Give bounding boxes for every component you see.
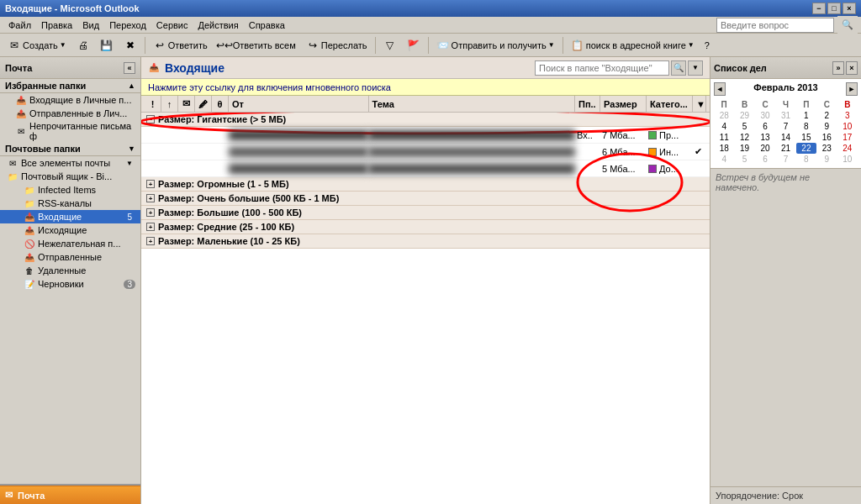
col-pp[interactable]: Пп.. [575, 96, 600, 112]
col-subject[interactable]: Тема [369, 96, 575, 112]
menu-go[interactable]: Переход [104, 18, 151, 32]
filter-btn[interactable]: ▽ [379, 36, 401, 55]
inbox-search-btn[interactable]: 🔍 [671, 60, 686, 76]
reply-all-btn[interactable]: ↩↩ Ответить всем [214, 36, 300, 55]
medium-toggle[interactable]: + [146, 223, 155, 231]
cal-day[interactable]: 29 [734, 110, 754, 121]
col-attachment[interactable]: ✉ [178, 96, 195, 112]
cal-day[interactable]: 31 [775, 110, 795, 121]
cal-day[interactable]: 24 [837, 143, 858, 154]
collapse-panel-btn[interactable]: « [124, 62, 135, 74]
close-panel-btn[interactable]: × [846, 61, 858, 75]
col-type[interactable]: θ [212, 96, 229, 112]
help-btn[interactable]: ? [700, 36, 714, 55]
forward-btn[interactable]: ↪ Переслать [302, 36, 372, 55]
giant-toggle[interactable]: − [146, 115, 155, 123]
send-receive-btn[interactable]: 📨 Отправить и получить ▼ [432, 36, 559, 55]
size-group-giant[interactable]: − Размер: Гигантские (> 5 МБ) [141, 113, 710, 127]
cal-day[interactable]: 18 [714, 143, 734, 154]
mailboxes-section[interactable]: Почтовые папки ▼ [0, 142, 140, 156]
cal-day[interactable]: 15 [796, 132, 816, 143]
address-book-btn[interactable]: 📋 поиск в адресной книге ▼ [567, 36, 699, 55]
cal-day[interactable]: 23 [816, 143, 837, 154]
cal-day[interactable]: 28 [714, 110, 734, 121]
col-size[interactable]: Размер [600, 96, 647, 112]
huge-toggle[interactable]: + [146, 180, 155, 188]
cal-day[interactable]: 9 [816, 154, 837, 165]
mail-nav-btn[interactable]: ✉ Почта [0, 486, 140, 504]
mailbox-root[interactable]: 📁 Почтовый ящик - Bi... [0, 170, 140, 183]
cal-day[interactable]: 10 [837, 154, 858, 165]
menu-file[interactable]: Файл [3, 18, 36, 32]
cal-day[interactable]: 5 [734, 121, 754, 132]
cal-day[interactable]: 6 [755, 121, 775, 132]
cal-day[interactable]: 7 [775, 121, 795, 132]
cal-day[interactable]: 11 [714, 132, 734, 143]
cal-day[interactable]: 14 [775, 132, 795, 143]
folder-sent[interactable]: 📤 Отправленные [0, 250, 140, 264]
favorites-section[interactable]: Избранные папки ▲ [0, 79, 140, 93]
cal-day[interactable]: 9 [816, 121, 837, 132]
cal-day[interactable]: 6 [755, 154, 775, 165]
cal-day[interactable]: 7 [775, 154, 795, 165]
cal-day[interactable]: 5 [734, 154, 754, 165]
flag-btn[interactable]: 🚩 [403, 36, 425, 55]
cal-day[interactable]: 8 [796, 121, 816, 132]
expand-panel-btn[interactable]: » [832, 61, 844, 75]
favorites-unread[interactable]: ✉ Непрочитанные письма ф [0, 120, 140, 142]
email-row-2[interactable]: ████████████████ ███████████████████████… [141, 160, 710, 177]
reply-btn[interactable]: ↩ Ответить [149, 36, 212, 55]
size-group-huge[interactable]: + Размер: Огромные (1 - 5 МБ) [141, 177, 710, 192]
cal-day[interactable]: 4 [714, 121, 734, 132]
favorites-inbox[interactable]: 📥 Входящие в Личные п... [0, 93, 140, 107]
delete-btn[interactable]: ✖ [119, 36, 141, 55]
cal-day[interactable]: 20 [755, 143, 775, 154]
cal-day[interactable]: 17 [837, 132, 858, 143]
cal-day[interactable]: 16 [816, 132, 837, 143]
instant-search-bar[interactable]: Нажмите эту ссылку для включения мгновен… [141, 79, 710, 96]
inbox-search-dropdown-btn[interactable]: ▼ [688, 60, 703, 76]
menu-edit[interactable]: Правка [36, 18, 77, 32]
col-from[interactable]: От [229, 96, 369, 112]
very-large-toggle[interactable]: + [146, 194, 155, 202]
folder-rss[interactable]: 📁 RSS-каналы [0, 197, 140, 210]
menu-actions[interactable]: Действия [193, 18, 244, 32]
maximize-btn[interactable]: □ [827, 3, 841, 14]
cal-day[interactable]: 3 [837, 110, 858, 121]
size-group-large[interactable]: + Размер: Большие (100 - 500 КБ) [141, 206, 710, 220]
cal-day[interactable]: 2 [816, 110, 837, 121]
favorites-sent[interactable]: 📤 Отправленные в Лич... [0, 107, 140, 120]
size-group-very-large[interactable]: + Размер: Очень большие (500 КБ - 1 МБ) [141, 192, 710, 206]
folder-deleted[interactable]: 🗑 Удаленные [0, 264, 140, 277]
cal-day[interactable]: 8 [796, 154, 816, 165]
cal-today[interactable]: 22 [796, 143, 816, 154]
save-btn[interactable]: 💾 [96, 36, 118, 55]
menu-view[interactable]: Вид [77, 18, 104, 32]
new-btn[interactable]: ✉ Создать ▼ [3, 36, 71, 55]
col-flag[interactable]: 🖉 [195, 96, 212, 112]
folder-outbox[interactable]: 📤 Исходящие [0, 223, 140, 237]
email-row-1[interactable]: ███████████████ ████████████████████████… [141, 144, 710, 160]
cal-day[interactable]: 13 [755, 132, 775, 143]
close-btn[interactable]: × [843, 3, 856, 14]
inbox-search-input[interactable] [535, 60, 669, 76]
cal-day[interactable]: 21 [775, 143, 795, 154]
minimize-btn[interactable]: − [812, 3, 826, 14]
small-toggle[interactable]: + [146, 237, 155, 245]
cal-day[interactable]: 1 [796, 110, 816, 121]
size-group-medium[interactable]: + Размер: Средние (25 - 100 КБ) [141, 220, 710, 234]
email-row-0[interactable]: ████████████████ ███████████████████████… [141, 127, 710, 144]
folder-junk[interactable]: 🚫 Нежелательная п... [0, 237, 140, 250]
cal-day[interactable]: 12 [734, 132, 754, 143]
folder-infected[interactable]: 📁 Infected Items [0, 183, 140, 197]
col-filter[interactable]: ▼ [693, 96, 706, 112]
col-importance[interactable]: ! [145, 96, 161, 112]
folder-drafts[interactable]: 📝 Черновики 3 [0, 277, 140, 291]
prev-month-btn[interactable]: ◄ [714, 82, 726, 96]
cal-day[interactable]: 19 [734, 143, 754, 154]
col-category[interactable]: Катего... [647, 96, 693, 112]
cal-day[interactable]: 10 [837, 121, 858, 132]
cal-day[interactable]: 4 [714, 154, 734, 165]
folder-inbox[interactable]: 📥 Входящие 5 [0, 210, 140, 223]
next-month-btn[interactable]: ► [846, 82, 858, 96]
